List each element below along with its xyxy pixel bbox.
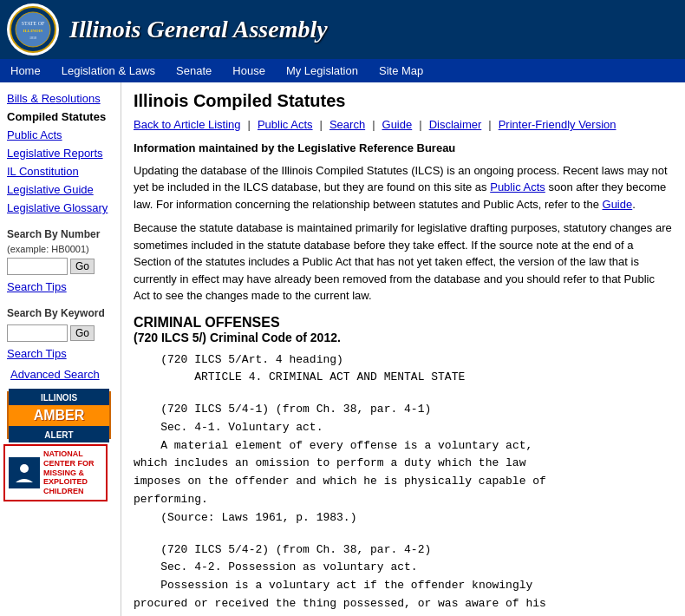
ncmec-text: NATIONAL CENTER FOR MISSING & EXPLOITED … xyxy=(43,449,95,496)
search-number-go-button[interactable]: Go xyxy=(70,259,95,274)
amber-alert-image[interactable]: ILLINOIS AMBER ALERT xyxy=(7,391,111,439)
info-para2: Because the statute database is maintain… xyxy=(134,220,673,305)
bc-printer[interactable]: Printer-Friendly Version xyxy=(499,118,616,131)
bc-back-to-article[interactable]: Back to Article Listing xyxy=(134,118,241,131)
svg-text:1818: 1818 xyxy=(29,36,36,40)
sidebar-item-compiled: Compiled Statutes xyxy=(3,108,117,126)
amber-alert-block: ILLINOIS AMBER ALERT xyxy=(7,391,114,439)
page-layout: Bills & Resolutions Compiled Statutes Pu… xyxy=(0,82,685,616)
svg-text:STATE OF: STATE OF xyxy=(22,21,45,26)
ncmec-block[interactable]: NATIONAL CENTER FOR MISSING & EXPLOITED … xyxy=(3,444,108,501)
bc-disclaimer[interactable]: Disclaimer xyxy=(429,118,482,131)
search-number-title: Search By Number xyxy=(3,226,117,243)
statute-title: CRIMINAL OFFENSES xyxy=(134,315,673,331)
sidebar-item-leg-reports[interactable]: Legislative Reports xyxy=(3,144,117,162)
sidebar-item-leg-gloss[interactable]: Legislative Glossary xyxy=(3,199,117,217)
bc-guide[interactable]: Guide xyxy=(382,118,413,131)
search-keyword-input[interactable] xyxy=(7,324,68,342)
statute-section-4-1: (720 ILCS 5/4-1) (from Ch. 38, par. 4-1)… xyxy=(134,401,673,528)
nav-legislation-laws[interactable]: Legislation & Laws xyxy=(51,59,166,82)
sidebar-item-il-const[interactable]: IL Constitution xyxy=(3,162,117,180)
search-tips-1-link[interactable]: Search Tips xyxy=(3,278,117,296)
search-by-keyword-section: Search By Keyword Go Search Tips xyxy=(3,305,117,363)
page-title: Illinois Compiled Statutes xyxy=(134,91,673,111)
breadcrumb: Back to Article Listing | Public Acts | … xyxy=(134,118,673,131)
statute-body: (720 ILCS 5/Art. 4 heading) ARTICLE 4. C… xyxy=(134,351,673,617)
svg-point-6 xyxy=(20,464,29,473)
search-keyword-input-row: Go xyxy=(3,322,117,344)
amber-alert-label: AMBER xyxy=(34,408,85,423)
amber-state-label: ILLINOIS xyxy=(41,393,77,403)
search-keyword-go-button[interactable]: Go xyxy=(70,325,95,341)
nav-site-map[interactable]: Site Map xyxy=(369,59,434,82)
statute-section-art4-heading: (720 ILCS 5/Art. 4 heading) ARTICLE 4. C… xyxy=(134,351,673,388)
sidebar-item-leg-guide[interactable]: Legislative Guide xyxy=(3,180,117,199)
ncmec-logo xyxy=(9,457,40,488)
nav-house[interactable]: House xyxy=(222,59,276,82)
site-title: Illinois General Assembly xyxy=(69,16,328,43)
sidebar: Bills & Resolutions Compiled Statutes Pu… xyxy=(0,82,121,616)
bc-public-acts[interactable]: Public Acts xyxy=(258,118,313,131)
bc-search[interactable]: Search xyxy=(329,118,365,131)
page-header: STATE OF ILLINOIS 1818 Illinois General … xyxy=(0,0,685,59)
statute-header: CRIMINAL OFFENSES (720 ILCS 5/) Criminal… xyxy=(134,315,673,344)
info-box: Information maintained by the Legislativ… xyxy=(134,140,673,305)
info-para1c-text: . xyxy=(632,198,636,211)
svg-text:ILLINOIS: ILLINOIS xyxy=(23,29,43,33)
search-tips-2-link[interactable]: Search Tips xyxy=(3,344,117,363)
search-keyword-title: Search By Keyword xyxy=(3,305,117,322)
statute-section-4-2: (720 ILCS 5/4-2) (from Ch. 38, par. 4-2)… xyxy=(134,541,673,616)
search-number-input-row: Go xyxy=(3,255,117,278)
search-number-input[interactable] xyxy=(7,258,68,275)
main-nav: Home Legislation & Laws Senate House My … xyxy=(0,59,685,82)
nav-my-legislation[interactable]: My Legislation xyxy=(276,59,369,82)
sidebar-item-public-acts[interactable]: Public Acts xyxy=(3,126,117,144)
search-by-number-section: Search By Number (example: HB0001) Go Se… xyxy=(3,226,117,296)
advanced-search-wrapper: Advanced Search xyxy=(3,363,117,386)
amber-alert-word: ALERT xyxy=(44,430,73,440)
state-seal: STATE OF ILLINOIS 1818 xyxy=(7,3,59,56)
sidebar-item-bills[interactable]: Bills & Resolutions xyxy=(3,89,117,108)
main-content: Illinois Compiled Statutes Back to Artic… xyxy=(121,82,685,616)
nav-senate[interactable]: Senate xyxy=(166,59,222,82)
info-guide-link[interactable]: Guide xyxy=(603,198,633,211)
advanced-search-link[interactable]: Advanced Search xyxy=(7,365,114,383)
search-number-example: (example: HB0001) xyxy=(3,243,117,255)
info-public-acts-link[interactable]: Public Acts xyxy=(490,180,545,193)
statute-subtitle: (720 ILCS 5/) Criminal Code of 2012. xyxy=(134,331,673,344)
nav-home[interactable]: Home xyxy=(0,59,51,82)
info-title: Information maintained by the Legislativ… xyxy=(134,141,455,154)
